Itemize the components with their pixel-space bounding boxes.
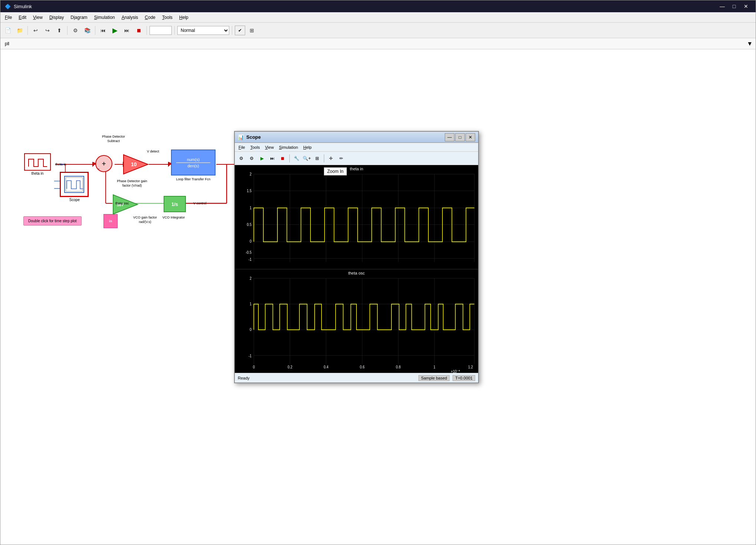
svg-text:0.4: 0.4 — [324, 365, 329, 369]
menu-diagram[interactable]: Diagram — [68, 14, 90, 21]
theta-in-label: theta in — [55, 162, 66, 167]
vco-int-label: VCO Integrator — [161, 216, 187, 220]
step-back-button[interactable]: ⏮ — [98, 25, 108, 36]
menu-help[interactable]: Help — [176, 14, 191, 21]
tf-label: Loop filter Transfer Fcn — [171, 177, 216, 182]
close-button[interactable]: ✕ — [741, 2, 751, 10]
scope-settings-btn[interactable]: ⚙ — [236, 154, 246, 163]
minimize-button[interactable]: — — [717, 2, 727, 10]
breadcrumb-bar: pll ▼ — [0, 38, 756, 49]
menu-simulation[interactable]: Simulation — [91, 14, 118, 21]
vco-gain-label: VCO gain factor rad/(V.s) — [128, 216, 162, 224]
toolbar: 📄 📁 ↩ ↪ ⬆ ⚙ 📚 ⏮ ▶ ⏭ ⏹ 1e-4 NormalAcceler… — [0, 23, 756, 38]
title-bar-left: 🔷 Simulink — [5, 4, 32, 9]
menu-code[interactable]: Code — [142, 14, 158, 21]
vco-int-label: 1/s — [171, 201, 178, 207]
vco-int-inner: 1/s — [164, 196, 186, 212]
v-control-label: V control — [193, 201, 207, 206]
redo-button[interactable]: ↪ — [42, 25, 53, 36]
scope-cursor-btn[interactable]: ✛ — [326, 154, 336, 163]
scope-menu-simulation[interactable]: Simulation — [277, 144, 300, 150]
breadcrumb-path[interactable]: pll — [3, 40, 11, 47]
run-button[interactable]: ▶ — [110, 25, 120, 36]
undo-button[interactable]: ↩ — [30, 25, 41, 36]
theta-osc-label: theta osc — [115, 201, 129, 206]
svg-text:×10⁻⁴: ×10⁻⁴ — [451, 369, 460, 373]
scope-menu-view[interactable]: View — [263, 144, 276, 150]
signal-source-block[interactable]: theta in — [23, 153, 52, 175]
up-button[interactable]: ⬆ — [54, 25, 65, 36]
scope-menu-tools[interactable]: Tools — [248, 144, 262, 150]
scope-minimize-button[interactable]: — — [445, 133, 454, 141]
svg-text:0.5: 0.5 — [247, 222, 252, 227]
model-settings-button[interactable]: ⚙ — [70, 25, 80, 36]
check-button[interactable]: ✔ — [235, 26, 245, 35]
scope-stop-btn[interactable]: ⏹ — [278, 154, 287, 163]
svg-text:0: 0 — [250, 327, 252, 332]
annotation-button[interactable]: Double click for time step plot — [23, 216, 82, 226]
gain-label: Phase Detector gain factor (V/rad) — [115, 179, 149, 188]
menu-file[interactable]: File — [2, 14, 15, 21]
gain-block[interactable]: 10 — [123, 154, 149, 176]
maximize-button[interactable]: □ — [729, 2, 739, 10]
scope-status-text: Ready — [238, 376, 250, 380]
menu-analysis[interactable]: Analysis — [119, 14, 141, 21]
mode-dropdown[interactable]: NormalAcceleratorRapid Accelerator — [177, 26, 229, 35]
svg-text:1.5: 1.5 — [247, 188, 252, 193]
scope-menu-bar: File Tools View Simulation Help — [235, 143, 478, 152]
scope-settings2-btn[interactable]: ⚙ — [247, 154, 256, 163]
menu-display[interactable]: Display — [46, 14, 67, 21]
scope-window-title: Scope — [246, 134, 261, 140]
separator-6 — [232, 26, 232, 35]
scope-window: 📊 Scope — □ ✕ File Tools View Simulation — [234, 131, 479, 383]
scope-sample-badge: Sample based — [418, 375, 450, 381]
separator-1 — [27, 26, 28, 35]
scope-screen — [66, 177, 83, 191]
menu-view[interactable]: View — [30, 14, 46, 21]
scope-waveform-icon — [66, 178, 83, 192]
breadcrumb-dropdown[interactable]: ▼ — [747, 40, 753, 47]
chart-top-panel: theta in — [235, 165, 478, 269]
signal-source-label: theta in — [32, 171, 44, 175]
scope-edit-btn[interactable]: ✏ — [336, 154, 346, 163]
scope-step-btn[interactable]: ⏭ — [267, 154, 277, 163]
scope-run-btn[interactable]: ▶ — [257, 154, 267, 163]
chart-bottom-title: theta osc — [348, 271, 365, 275]
scope-tb-separator2 — [324, 154, 324, 162]
scope-settings3-btn[interactable]: 🔧 — [292, 154, 301, 163]
title-bar-controls: — □ ✕ — [717, 2, 751, 10]
scope-zoom-in-btn[interactable]: 🔍+ — [302, 154, 312, 163]
scope-menu-help[interactable]: Help — [301, 144, 314, 150]
chart-bottom-panel: theta osc — [235, 269, 478, 373]
scope-diagram-block[interactable]: Scope — [60, 172, 89, 198]
separator-4 — [147, 26, 147, 35]
annotation-pink-block[interactable]: in — [103, 214, 118, 228]
tf-block[interactable]: num(s) den(s) — [171, 150, 216, 175]
scope-inner-box — [64, 176, 84, 193]
library-button[interactable]: 📚 — [82, 25, 92, 36]
grid-button[interactable]: ⊞ — [247, 25, 257, 36]
scope-fit-btn[interactable]: ⊞ — [312, 154, 322, 163]
open-button[interactable]: 📁 — [14, 25, 25, 36]
scope-title-left: 📊 Scope — [238, 134, 261, 140]
menu-tools[interactable]: Tools — [159, 14, 175, 21]
vco-integrator-block[interactable]: 1/s — [164, 196, 186, 212]
svg-text:-1: -1 — [249, 354, 252, 358]
svg-text:1.2: 1.2 — [468, 365, 473, 369]
sum-junction-block[interactable]: + − — [95, 155, 114, 174]
step-forward-button[interactable]: ⏭ — [122, 25, 132, 36]
menu-edit[interactable]: Edit — [16, 14, 29, 21]
svg-text:0: 0 — [253, 365, 255, 369]
scope-title-controls: — □ ✕ — [445, 133, 475, 141]
main-area: theta in + − 10 num(s) den(s — [0, 49, 756, 545]
new-button[interactable]: 📄 — [3, 25, 13, 36]
gain-triangle-icon: 10 — [123, 154, 149, 175]
scope-menu-file[interactable]: File — [236, 144, 247, 150]
stop-button[interactable]: ⏹ — [134, 25, 144, 36]
scope-status-right: Sample based T=0.0001 — [418, 375, 475, 381]
scope-maximize-button[interactable]: □ — [455, 133, 465, 141]
sum-circle: + − — [95, 155, 112, 172]
scope-close-button[interactable]: ✕ — [466, 133, 475, 141]
timestep-input[interactable]: 1e-4 — [149, 26, 172, 35]
simulink-icon: 🔷 — [5, 4, 11, 9]
